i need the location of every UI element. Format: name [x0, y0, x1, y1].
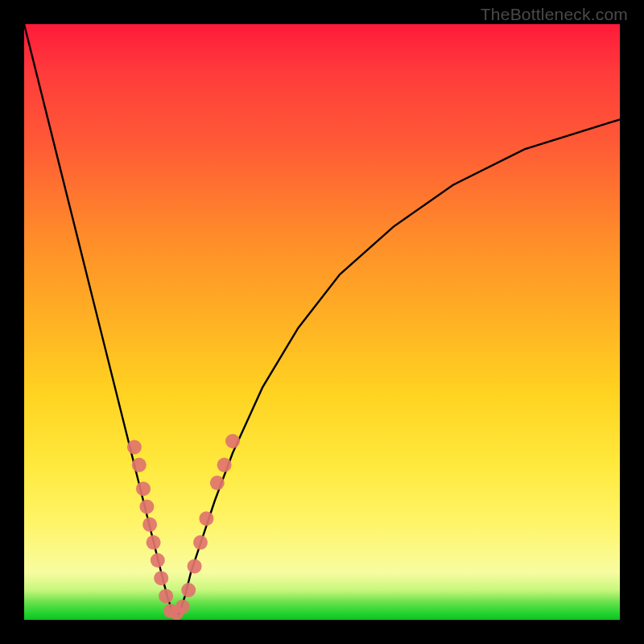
curve-line: [24, 24, 620, 614]
bottleneck-curve-svg: [24, 24, 620, 620]
curve-marker-dot: [154, 571, 168, 585]
curve-marker-dot: [127, 440, 142, 454]
curve-marker-dot: [132, 458, 147, 473]
curve-marker-dot: [159, 588, 173, 603]
curve-marker-dot: [188, 559, 202, 573]
curve-marker-dot: [175, 600, 190, 614]
chart-frame: TheBottleneck.com: [0, 0, 644, 644]
curve-marker-dot: [210, 476, 225, 490]
curve-marker-dot: [142, 518, 157, 532]
curve-markers: [127, 434, 240, 620]
curve-marker-dot: [193, 535, 208, 550]
curve-marker-dot: [147, 535, 161, 550]
curve-marker-dot: [136, 481, 151, 496]
watermark-text: TheBottleneck.com: [481, 5, 628, 24]
curve-marker-dot: [199, 511, 213, 526]
curve-marker-dot: [151, 553, 165, 568]
curve-marker-dot: [225, 434, 240, 448]
curve-marker-dot: [181, 583, 196, 597]
plot-area: [24, 24, 620, 620]
curve-marker-dot: [217, 458, 232, 473]
curve-marker-dot: [139, 499, 154, 514]
